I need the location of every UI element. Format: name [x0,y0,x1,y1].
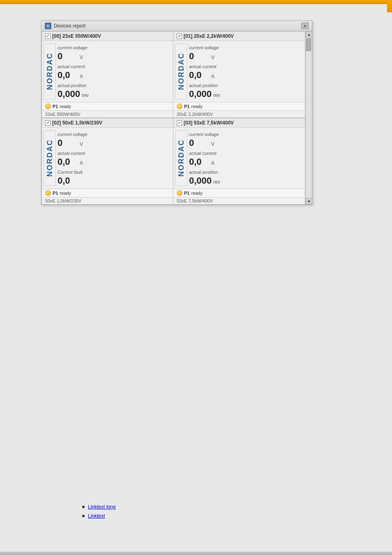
device-03-body: NORDAC current voltage 0 V actual curren… [173,128,305,189]
device-01-voltage-row: 0 V [189,51,303,62]
device-03-current-value: 0,0 [189,157,210,167]
device-03-footer: P1 ready [173,189,305,197]
device-00-checkbox[interactable]: ✔ [45,34,51,39]
device-01-checkbox[interactable]: ✔ [177,34,182,39]
device-03-checkbox[interactable]: ✔ [177,120,182,126]
window-title-bar: ⊞ Devices report ✕ [42,21,312,31]
device-00-status-circle [45,104,51,109]
device-02-fault-value: 0,0 [58,175,78,186]
device-02-name-bar: 50xE 1,5kW/230V [42,197,173,204]
device-01-position-value: 0,000 [189,89,212,99]
device-02-voltage-unit: V [80,141,83,147]
device-00-voltage-label: current voltage [58,45,171,50]
device-card-02: ✔ [02] 50xE 1,5kW/230V NORDAC current vo… [42,118,173,205]
device-card-00: ✔ [00] 23xE 550W/400V NORDAC current vol… [42,31,173,118]
device-02-fault-label: Current fault [58,170,171,175]
device-00-status-text: ready [60,104,71,109]
device-02-voltage-row: 0 V [58,138,171,148]
window-scrollbar[interactable]: ▲ ▼ [305,31,312,205]
device-01-title: [01] 20xE 2,2kW/400V [184,33,234,39]
device-01-current-label: actual current [189,64,303,69]
device-03-current-label: actual current [189,151,303,156]
device-02-p1: P1 [53,191,58,196]
right-accent-bar [387,0,392,12]
device-02-footer: P1 ready [42,189,173,197]
device-00-title: [00] 23xE 550W/400V [52,33,101,39]
bullet-item-2: Linktext [82,513,115,519]
scroll-up-button[interactable]: ▲ [306,31,312,38]
device-01-footer: P1 ready [173,102,305,111]
device-00-name-bar: 23xE 550W/400V [42,111,173,117]
device-card-03: ✔ [03] 53xE 7,5kW/400V NORDAC current vo… [173,118,305,205]
device-01-header: ✔ [01] 20xE 2,2kW/400V [173,32,305,41]
device-01-current-row: 0,0 A [189,70,303,81]
device-01-voltage-unit: V [211,55,214,60]
scroll-down-button[interactable]: ▼ [306,198,312,205]
scroll-thumb[interactable] [306,39,311,51]
device-03-position-label: actual position [189,170,303,175]
device-03-stats: current voltage 0 V actual current 0,0 A… [189,130,303,186]
device-01-voltage-value: 0 [189,51,210,62]
bullet-link-1[interactable]: Linktext long [88,504,115,510]
device-01-p1: P1 [184,104,189,109]
device-03-position-value: 0,000 [189,175,212,186]
device-02-voltage-label: current voltage [58,132,171,137]
device-03-position-row: 0,000 rev [189,175,303,186]
device-00-position-value: 0,000 [58,89,80,99]
window-close-button[interactable]: ✕ [301,23,309,29]
device-01-position-unit: rev [213,92,220,98]
device-00-position-row: 0,000 rev [58,89,171,99]
device-02-status-text: ready [60,191,71,196]
device-00-voltage-value: 0 [58,51,78,62]
device-03-current-unit: A [211,160,214,166]
device-00-current-value: 0,0 [58,70,78,81]
device-02-current-value: 0,0 [58,157,78,167]
device-00-voltage-row: 0 V [58,51,171,62]
device-03-title: [03] 53xE 7,5kW/400V [184,120,234,126]
devices-grid: ✔ [00] 23xE 550W/400V NORDAC current vol… [42,31,305,205]
device-01-name-bar: 20xE 2,2kW/400V [173,111,305,117]
device-01-body: NORDAC current voltage 0 V actual curren… [173,41,305,102]
bullet-dot-2 [82,515,85,517]
device-02-nordac-logo: NORDAC [44,130,56,186]
device-00-current-unit: A [80,74,83,79]
device-00-header: ✔ [00] 23xE 550W/400V [42,32,173,41]
device-03-current-row: 0,0 A [189,157,303,167]
device-02-checkbox[interactable]: ✔ [45,120,51,126]
device-00-body: NORDAC current voltage 0 V actual curren… [42,41,173,102]
bullet-link-2[interactable]: Linktext [88,513,105,519]
bullet-item-1: Linktext long [82,504,115,510]
device-02-header: ✔ [02] 50xE 1,5kW/230V [42,118,173,128]
scroll-track [306,38,312,205]
bullet-dot-1 [82,506,85,508]
device-01-current-value: 0,0 [189,70,210,81]
device-02-stats: current voltage 0 V actual current 0,0 A… [58,130,171,186]
device-01-position-row: 0,000 rev [189,89,303,99]
device-03-status-text: ready [191,191,203,196]
devices-report-window: ⊞ Devices report ✕ ✔ [00] 23xE 550W/400V… [41,21,312,205]
device-01-status-text: ready [191,104,203,109]
device-01-nordac-logo: NORDAC [175,44,187,99]
device-02-current-label: actual current [58,151,171,156]
device-00-position-unit: rev [82,92,89,98]
device-01-voltage-label: current voltage [189,45,303,50]
device-03-voltage-label: current voltage [189,132,303,137]
device-01-current-unit: A [211,74,214,79]
device-03-header: ✔ [03] 53xE 7,5kW/400V [173,118,305,128]
device-03-name-bar: 53xE 7,5kW/400V [173,197,305,204]
device-02-voltage-value: 0 [58,138,78,148]
device-00-stats: current voltage 0 V actual current 0,0 A… [58,44,171,99]
device-00-voltage-unit: V [80,55,83,60]
device-03-voltage-unit: V [211,141,214,147]
device-00-current-row: 0,0 A [58,70,171,81]
device-03-p1: P1 [184,191,189,196]
window-title: Devices report [54,23,85,29]
bottom-decorative-bar [0,552,392,555]
device-02-fault-row: 0,0 [58,175,171,186]
window-title-left: ⊞ Devices report [45,23,85,29]
device-01-position-label: actual position [189,83,303,88]
device-02-status-circle [45,190,51,196]
device-01-status-circle [177,104,182,109]
device-00-p1: P1 [53,104,58,109]
device-03-position-unit: rev [213,179,220,185]
